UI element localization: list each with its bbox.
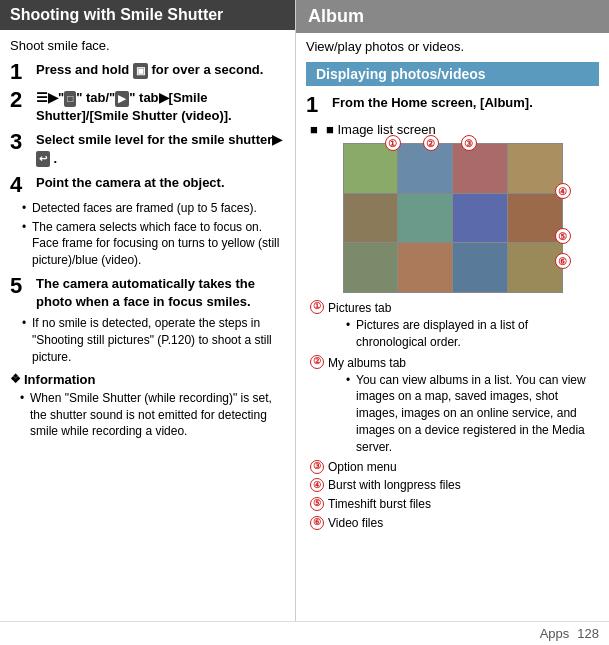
right-step-1: 1 From the Home screen, [Album]. (306, 94, 599, 116)
info-header: Information (10, 372, 285, 387)
right-step-1-text: From the Home screen, [Album]. (332, 94, 533, 112)
camera-button-icon: ▣ (133, 63, 148, 79)
annot-item-1: ① Pictures tab Pictures are displayed in… (310, 299, 599, 351)
photo-grid (343, 143, 563, 293)
annot-label-6: Video files (328, 515, 383, 532)
annot-sub-1: Pictures are displayed in a list of chro… (346, 317, 599, 351)
image-list-marker: ■ (310, 122, 326, 137)
right-intro: View/play photos or videos. (306, 39, 599, 54)
photo-cell-6 (398, 194, 452, 243)
annot-circle-4: ④ (310, 478, 324, 492)
annot-circle-1: ① (310, 300, 324, 314)
photo-cell-11 (453, 243, 507, 292)
annot-circle-3: ③ (310, 460, 324, 474)
annot-label-1: Pictures tab (328, 301, 391, 315)
photo-cell-1 (344, 144, 398, 193)
step-1-text: Press and hold ▣ for over a second. (36, 61, 263, 79)
step-2-text: ☰▶"□" tab/"▶" tab▶[Smile Shutter]/[Smile… (36, 89, 285, 125)
callout-1: ① (385, 135, 401, 151)
left-column: Shooting with Smile Shutter Shoot smile … (0, 0, 295, 645)
annot-item-4: ④ Burst with longpress files (310, 477, 599, 494)
callout-3: ③ (461, 135, 477, 151)
info-bullets: When "Smile Shutter (while recording)" i… (20, 390, 285, 440)
left-intro: Shoot smile face. (10, 38, 285, 53)
annot-sub-2: You can view albums in a list. You can v… (346, 372, 599, 456)
step-1-num: 1 (10, 61, 32, 83)
step-3-text: Select smile level for the smile shutter… (36, 131, 285, 167)
step-3-num: 3 (10, 131, 32, 153)
photo-cell-10 (398, 243, 452, 292)
step-4-num: 4 (10, 174, 32, 196)
image-list-text: ■ Image list screen (326, 122, 436, 137)
annot-label-3: Option menu (328, 459, 397, 476)
photo-cell-5 (344, 194, 398, 243)
callout-6: ⑥ (555, 253, 571, 269)
step-4-text: Point the camera at the object. (36, 174, 225, 192)
still-tab-icon: □ (64, 91, 76, 107)
image-area: ① ② ③ ④ ⑤ ⑥ (343, 143, 563, 293)
annot-item-3: ③ Option menu (310, 459, 599, 476)
footer-page-num: 128 (577, 626, 599, 641)
step-5: 5 The camera automatically takes the pho… (10, 275, 285, 366)
annot-sub-2-item-1: You can view albums in a list. You can v… (346, 372, 599, 456)
step-4-bullets: Detected faces are framed (up to 5 faces… (22, 200, 285, 269)
footer: Apps 128 (0, 621, 609, 645)
photo-cell-7 (453, 194, 507, 243)
step-4-bullet-2: The camera selects which face to focus o… (22, 219, 285, 269)
annot-item-2: ② My albums tab You can view albums in a… (310, 354, 599, 456)
info-bullet-1: When "Smile Shutter (while recording)" i… (20, 390, 285, 440)
annot-label-5: Timeshift burst files (328, 496, 431, 513)
right-step-1-num: 1 (306, 94, 328, 116)
left-header: Shooting with Smile Shutter (0, 0, 295, 30)
step-4: 4 Point the camera at the object. Detect… (10, 174, 285, 269)
photo-cell-4 (508, 144, 562, 193)
annotation-list: ① Pictures tab Pictures are displayed in… (310, 299, 599, 532)
annot-sub-1-item-1: Pictures are displayed in a list of chro… (346, 317, 599, 351)
sub-header-text: Displaying photos/videos (316, 66, 486, 82)
footer-apps-label: Apps (540, 626, 570, 641)
step-5-bullet-1: If no smile is detected, operate the ste… (22, 315, 285, 365)
right-header-text: Album (308, 6, 364, 26)
left-content: Shoot smile face. 1 Press and hold ▣ for… (0, 30, 295, 448)
video-tab-icon: ▶ (115, 91, 129, 107)
sub-header: Displaying photos/videos (306, 62, 599, 86)
info-header-text: Information (24, 372, 96, 387)
image-list-label: ■ ■ Image list screen (310, 122, 599, 137)
annot-label-4: Burst with longpress files (328, 477, 461, 494)
callout-4: ④ (555, 183, 571, 199)
right-column: Album View/play photos or videos. Displa… (295, 0, 609, 645)
annot-item-6: ⑥ Video files (310, 515, 599, 532)
step-2-num: 2 (10, 89, 32, 111)
callout-5: ⑤ (555, 228, 571, 244)
right-content: View/play photos or videos. Displaying p… (296, 33, 609, 538)
step-1: 1 Press and hold ▣ for over a second. (10, 61, 285, 83)
annot-circle-6: ⑥ (310, 516, 324, 530)
left-header-text: Shooting with Smile Shutter (10, 6, 223, 23)
photo-cell-8 (508, 194, 562, 243)
right-header: Album (296, 0, 609, 33)
photo-cell-12 (508, 243, 562, 292)
photo-cell-9 (344, 243, 398, 292)
callout-2: ② (423, 135, 439, 151)
photo-cell-2 (398, 144, 452, 193)
step-3: 3 Select smile level for the smile shutt… (10, 131, 285, 167)
step-4-bullet-1: Detected faces are framed (up to 5 faces… (22, 200, 285, 217)
page-container: Shooting with Smile Shutter Shoot smile … (0, 0, 609, 645)
step-2: 2 ☰▶"□" tab/"▶" tab▶[Smile Shutter]/[Smi… (10, 89, 285, 125)
menu-icon: ☰ (36, 90, 48, 105)
back-icon: ↩ (36, 151, 50, 167)
annot-circle-2: ② (310, 355, 324, 369)
step-5-num: 5 (10, 275, 32, 297)
step-5-bullets: If no smile is detected, operate the ste… (22, 315, 285, 365)
photo-cell-3 (453, 144, 507, 193)
step-5-text: The camera automatically takes the photo… (36, 275, 285, 311)
annot-label-2: My albums tab (328, 356, 406, 370)
annot-circle-5: ⑤ (310, 497, 324, 511)
info-section: Information When "Smile Shutter (while r… (10, 372, 285, 440)
annot-item-5: ⑤ Timeshift burst files (310, 496, 599, 513)
